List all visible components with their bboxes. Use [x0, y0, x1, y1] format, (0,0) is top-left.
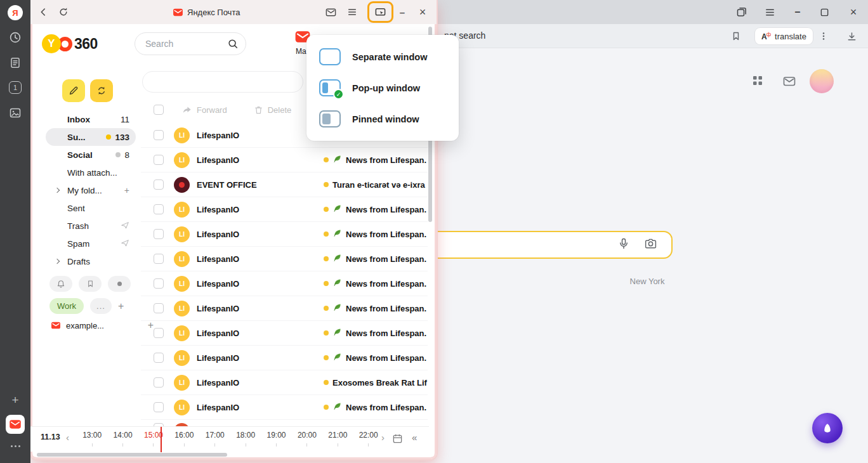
calendar-timeline: 11.13 ‹ 13:0014:0015:0016:0017:0018:0019… [30, 426, 429, 452]
subject-text: Exosomes Break Rat Lif [332, 378, 427, 388]
close-window-icon[interactable]: × [847, 6, 860, 18]
row-checkbox[interactable] [154, 278, 164, 289]
calendar-icon[interactable] [392, 433, 403, 446]
more-icon[interactable] [10, 445, 21, 447]
label-more[interactable]: ... [90, 298, 112, 314]
delete-button[interactable]: Delete [254, 105, 292, 115]
menu-item-label: Pinned window [352, 114, 419, 124]
message-row[interactable]: LILifespanIONews from Lifespan. [141, 247, 428, 271]
timeline-prev-icon[interactable]: ‹ [66, 432, 69, 443]
row-checkbox[interactable] [154, 377, 164, 388]
row-checkbox[interactable] [154, 303, 164, 313]
collapse-timeline-icon[interactable]: « [412, 432, 417, 443]
popup-menu-icon[interactable] [345, 4, 360, 20]
mail-envelope-icon[interactable] [782, 74, 796, 88]
translate-button[interactable]: Aф translate [755, 28, 813, 44]
minimize-window-icon[interactable]: – [791, 6, 804, 18]
message-row[interactable]: LILifespanIONews from Lifespan. [141, 197, 428, 222]
folder-item[interactable]: My fold...+ [46, 181, 136, 199]
forward-button[interactable]: Forward [181, 105, 227, 115]
mail-app-icon[interactable] [6, 415, 25, 434]
select-all-checkbox[interactable] [154, 105, 164, 115]
popup-minimize-icon[interactable]: – [395, 4, 410, 20]
horizontal-scrollbar[interactable] [37, 453, 227, 457]
folder-item[interactable]: Social8 [46, 146, 136, 164]
window-mode-button[interactable] [367, 1, 393, 23]
folder-item[interactable]: Su...133 [46, 128, 136, 146]
unread-dot [324, 380, 329, 385]
browser-menu-icon[interactable] [763, 6, 776, 18]
row-checkbox[interactable] [154, 229, 164, 239]
translate-label: translate [775, 32, 806, 41]
mail-search-input[interactable] [145, 39, 224, 49]
row-checkbox[interactable] [154, 130, 164, 140]
menu-item[interactable]: Separate window [306, 41, 459, 72]
folder-item[interactable]: With attach... [46, 164, 136, 181]
add-label-icon[interactable]: + [118, 301, 124, 312]
voice-search-icon[interactable] [617, 237, 631, 251]
row-checkbox[interactable] [154, 204, 164, 214]
row-checkbox[interactable] [154, 179, 164, 190]
row-checkbox[interactable] [154, 353, 164, 363]
current-time-marker [161, 427, 162, 452]
dot-icon [117, 282, 122, 286]
row-checkbox[interactable] [154, 254, 164, 264]
message-row[interactable]: LILifespanIONews from Lifespan. [141, 148, 428, 173]
folder-label: My fold... [67, 186, 102, 195]
folder-item[interactable]: Drafts [46, 252, 136, 270]
compose-button[interactable] [62, 79, 85, 102]
message-row[interactable]: LILifespanIONews from Lifespan. [141, 395, 428, 420]
message-row[interactable]: LILifespanIONews from Lifespan. [141, 271, 428, 296]
message-row[interactable]: EVENT OFFICETuran e-ticarət və e-ixra [141, 173, 428, 197]
row-checkbox[interactable] [154, 328, 164, 338]
tabs-overview-icon[interactable] [735, 6, 748, 18]
more-vert-icon[interactable] [817, 30, 830, 42]
history-icon[interactable] [9, 31, 22, 44]
reload-icon[interactable] [56, 4, 71, 20]
message-row[interactable]: LILifespanIONews from Lifespan. [141, 346, 428, 370]
unread-dot [324, 281, 329, 286]
back-icon[interactable] [36, 4, 51, 20]
profile-avatar[interactable] [810, 69, 834, 93]
alice-assistant-button[interactable] [812, 413, 843, 443]
download-icon[interactable] [845, 30, 858, 42]
time-label: 20:00 [298, 431, 317, 440]
message-row[interactable]: LILifespanIOExosomes Break Rat Lif [141, 370, 428, 395]
menu-item[interactable]: ✓Pop-up window [306, 72, 459, 103]
chevron-right-icon [55, 259, 60, 264]
folder-item[interactable]: Sent [46, 199, 136, 217]
menu-item[interactable]: Pinned window [306, 103, 459, 134]
row-checkbox[interactable] [154, 402, 164, 412]
sender-name: LifespanIO [197, 353, 305, 363]
mail-search-box[interactable] [135, 32, 246, 55]
tab-counter-badge[interactable]: 1 [9, 81, 22, 94]
message-row[interactable]: LILifespanIONews from Lifespan. [141, 321, 428, 346]
account-row[interactable]: example... + [51, 320, 154, 331]
gallery-icon[interactable] [9, 107, 22, 119]
yandex-logo-icon[interactable]: Я [8, 5, 23, 20]
message-row[interactable]: LILifespanIONews from Lifespan. [141, 296, 428, 321]
folder-item[interactable]: Inbox11 [46, 110, 136, 128]
timeline-next-icon[interactable]: › [381, 432, 385, 443]
timeline-date: 11.13 [41, 433, 60, 441]
popup-close-icon[interactable]: × [415, 4, 430, 20]
add-folder-icon[interactable]: + [124, 185, 129, 195]
maximize-window-icon[interactable] [818, 6, 831, 18]
image-search-icon[interactable] [643, 237, 657, 251]
label-work[interactable]: Work [49, 298, 84, 314]
bookmarks-filter[interactable] [79, 276, 102, 292]
notes-icon[interactable] [9, 56, 22, 69]
bookmark-flag-icon[interactable] [730, 30, 742, 42]
message-row[interactable]: LILifespanIONews from Lifespan. [141, 222, 428, 247]
folder-item[interactable]: Trash [46, 217, 136, 235]
row-checkbox[interactable] [154, 155, 164, 165]
add-panel-icon[interactable]: + [11, 393, 18, 407]
refresh-mail-button[interactable] [90, 79, 113, 102]
envelope-icon[interactable] [323, 4, 338, 20]
apps-grid-icon[interactable] [751, 74, 765, 88]
folder-item[interactable]: Spam [46, 235, 136, 252]
search-icon[interactable] [227, 38, 239, 51]
search-suggestion[interactable]: New York [615, 277, 679, 286]
status-filter[interactable] [108, 276, 131, 292]
notifications-filter[interactable] [49, 276, 72, 292]
